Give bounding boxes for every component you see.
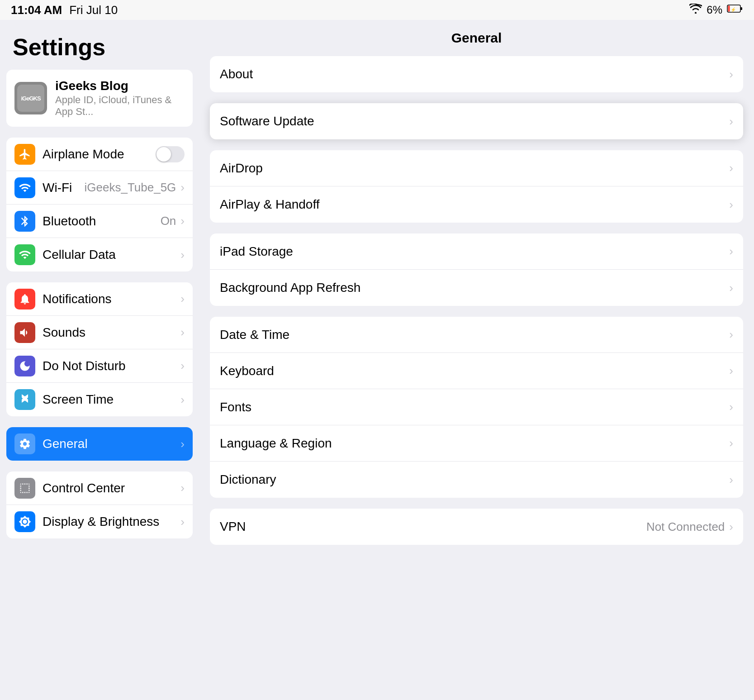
profile-name: iGeeks Blog: [55, 79, 185, 93]
cellular-label: Cellular Data: [43, 248, 180, 262]
sidebar-item-airplane[interactable]: Airplane Mode: [6, 138, 193, 171]
svg-rect-1: [728, 6, 730, 12]
toggle-thumb: [156, 147, 171, 162]
fonts-chevron: ›: [729, 400, 733, 414]
about-item[interactable]: About ›: [210, 56, 743, 92]
keyboard-item[interactable]: Keyboard ›: [210, 353, 743, 389]
sounds-icon: [14, 322, 35, 343]
software-update-item[interactable]: Software Update ›: [210, 103, 743, 139]
sounds-label: Sounds: [43, 325, 180, 340]
dnd-chevron: ›: [180, 359, 185, 373]
status-date: Fri Jul 10: [69, 3, 118, 17]
bluetooth-chevron: ›: [180, 214, 185, 228]
avatar: iGeGKS: [14, 82, 47, 114]
sidebar-item-dnd[interactable]: Do Not Disturb ›: [6, 349, 193, 383]
airplay-item[interactable]: AirPlay & Handoff ›: [210, 186, 743, 223]
airplane-label: Airplane Mode: [43, 147, 156, 162]
dictionary-label: Dictionary: [220, 472, 729, 487]
screen-time-icon: [14, 389, 35, 410]
software-update-chevron: ›: [729, 114, 733, 129]
airdrop-group: AirDrop › AirPlay & Handoff ›: [210, 150, 743, 223]
language-region-item[interactable]: Language & Region ›: [210, 425, 743, 462]
vpn-value: Not Connected: [646, 520, 725, 534]
airplane-toggle[interactable]: [156, 146, 185, 162]
language-region-chevron: ›: [729, 436, 733, 450]
notifications-label: Notifications: [43, 292, 180, 306]
sidebar-item-notifications[interactable]: Notifications ›: [6, 282, 193, 316]
battery-icon: ⚡: [727, 4, 743, 16]
settings-group-network: Airplane Mode Wi-Fi iGeeks_Tube_5G › Blu…: [6, 138, 193, 271]
sidebar-item-sounds[interactable]: Sounds ›: [6, 316, 193, 349]
software-update-label: Software Update: [220, 114, 729, 129]
control-center-chevron: ›: [180, 481, 185, 495]
airplane-icon: [14, 144, 35, 165]
notifications-icon: [14, 289, 35, 310]
about-group: About ›: [210, 56, 743, 92]
screen-time-chevron: ›: [180, 393, 185, 407]
sounds-chevron: ›: [180, 325, 185, 339]
settings-group-notifications: Notifications › Sounds › Do Not Disturb …: [6, 282, 193, 416]
ipad-storage-label: iPad Storage: [220, 244, 729, 259]
bluetooth-value: On: [161, 214, 176, 228]
sidebar-item-bluetooth[interactable]: Bluetooth On ›: [6, 205, 193, 238]
svg-rect-2: [740, 7, 742, 10]
dictionary-item[interactable]: Dictionary ›: [210, 462, 743, 498]
display-icon: [14, 511, 35, 532]
vpn-item[interactable]: VPN Not Connected ›: [210, 509, 743, 545]
control-center-label: Control Center: [43, 481, 180, 495]
general-icon: [14, 433, 35, 454]
background-refresh-item[interactable]: Background App Refresh ›: [210, 270, 743, 306]
storage-group: iPad Storage › Background App Refresh ›: [210, 233, 743, 306]
sidebar-item-cellular[interactable]: Cellular Data ›: [6, 238, 193, 271]
sidebar: Settings iGeGKS iGeeks Blog Apple ID, iC…: [0, 20, 199, 700]
sidebar-item-display[interactable]: Display & Brightness ›: [6, 505, 193, 538]
right-panel-header: General: [199, 20, 754, 56]
status-time: 11:04 AM: [11, 3, 62, 17]
vpn-group: VPN Not Connected ›: [210, 509, 743, 545]
ipad-storage-item[interactable]: iPad Storage ›: [210, 233, 743, 270]
profile-subtitle: Apple ID, iCloud, iTunes & App St...: [55, 94, 185, 118]
display-chevron: ›: [180, 515, 185, 529]
status-bar-right: 6% ⚡: [689, 4, 743, 16]
display-label: Display & Brightness: [43, 514, 180, 529]
cellular-icon: [14, 244, 35, 265]
profile-section[interactable]: iGeGKS iGeeks Blog Apple ID, iCloud, iTu…: [6, 70, 193, 127]
background-refresh-chevron: ›: [729, 281, 733, 295]
fonts-label: Fonts: [220, 400, 729, 414]
wifi-icon: [689, 4, 702, 16]
wifi-label: Wi-Fi: [43, 181, 85, 195]
settings-group-display: Control Center › Display & Brightness ›: [6, 471, 193, 538]
airdrop-item[interactable]: AirDrop ›: [210, 150, 743, 186]
general-chevron: ›: [180, 437, 185, 451]
profile-info: iGeeks Blog Apple ID, iCloud, iTunes & A…: [55, 79, 185, 118]
airplay-chevron: ›: [729, 198, 733, 212]
sidebar-item-general[interactable]: General ›: [6, 427, 193, 461]
about-label: About: [220, 67, 729, 81]
control-center-icon: [14, 478, 35, 499]
settings-title: Settings: [0, 20, 199, 70]
airplay-label: AirPlay & Handoff: [220, 197, 729, 212]
date-time-item[interactable]: Date & Time ›: [210, 317, 743, 353]
dnd-icon: [14, 356, 35, 376]
background-refresh-label: Background App Refresh: [220, 281, 729, 295]
airdrop-label: AirDrop: [220, 161, 729, 176]
svg-text:iGeGKS: iGeGKS: [21, 95, 41, 102]
status-bar-left: 11:04 AM Fri Jul 10: [11, 3, 118, 17]
fonts-item[interactable]: Fonts ›: [210, 389, 743, 425]
sidebar-item-wifi[interactable]: Wi-Fi iGeeks_Tube_5G ›: [6, 171, 193, 205]
sidebar-item-control-center[interactable]: Control Center ›: [6, 471, 193, 505]
software-update-card[interactable]: Software Update ›: [210, 103, 743, 139]
right-panel: General About › Software Update › AirDro…: [199, 20, 754, 700]
sidebar-item-screen-time[interactable]: Screen Time ›: [6, 383, 193, 416]
battery-percentage: 6%: [707, 4, 722, 16]
status-bar: 11:04 AM Fri Jul 10 6% ⚡: [0, 0, 754, 20]
notifications-chevron: ›: [180, 292, 185, 306]
main-content: Settings iGeGKS iGeeks Blog Apple ID, iC…: [0, 20, 754, 700]
ipad-storage-chevron: ›: [729, 244, 733, 258]
date-time-label: Date & Time: [220, 328, 729, 342]
airdrop-chevron: ›: [729, 161, 733, 175]
vpn-label: VPN: [220, 519, 646, 534]
keyboard-label: Keyboard: [220, 364, 729, 378]
dictionary-chevron: ›: [729, 473, 733, 487]
svg-text:⚡: ⚡: [730, 7, 736, 13]
